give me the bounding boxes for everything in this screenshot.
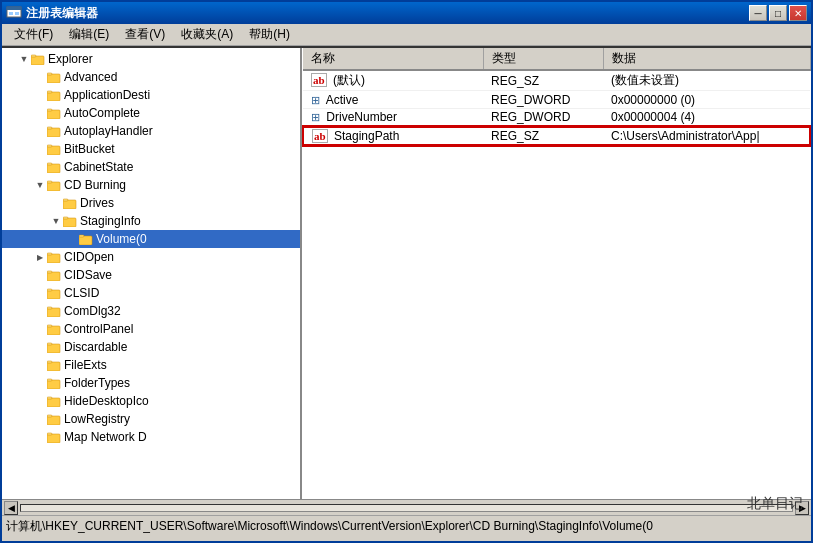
tree-item-applicationdesti[interactable]: ApplicationDesti <box>2 86 300 104</box>
folder-icon-autocomplete <box>46 105 62 121</box>
tree-item-autoplayhandler[interactable]: AutoplayHandler <box>2 122 300 140</box>
tree-item-autocomplete[interactable]: AutoComplete <box>2 104 300 122</box>
grid-icon: ⊞ <box>311 94 320 106</box>
tree-item-cabinetstate[interactable]: CabinetState <box>2 158 300 176</box>
tree-item-cidopen[interactable]: ▶ CIDOpen <box>2 248 300 266</box>
tree-label-hidedesktopico: HideDesktopIco <box>64 394 149 408</box>
svg-rect-10 <box>47 110 60 119</box>
svg-rect-42 <box>47 398 60 407</box>
folder-icon-advanced <box>46 69 62 85</box>
svg-rect-32 <box>47 308 60 317</box>
svg-rect-26 <box>47 254 60 263</box>
tree-label-comdlg32: ComDlg32 <box>64 304 121 318</box>
svg-rect-6 <box>47 74 60 83</box>
tree-item-foldertypes[interactable]: FolderTypes <box>2 374 300 392</box>
tree-label-drives: Drives <box>80 196 114 210</box>
tree-item-hidedesktopico[interactable]: HideDesktopIco <box>2 392 300 410</box>
minimize-button[interactable]: ─ <box>749 5 767 21</box>
tree-item-fileexts[interactable]: FileExts <box>2 356 300 374</box>
folder-icon-hidedesktopico <box>46 393 62 409</box>
folder-icon-cdburning <box>46 177 62 193</box>
svg-rect-4 <box>31 56 44 65</box>
restore-button[interactable]: □ <box>769 5 787 21</box>
folder-icon-cabinetstate <box>46 159 62 175</box>
svg-rect-39 <box>47 361 52 363</box>
expand-arrow-explorer: ▼ <box>18 50 30 68</box>
tree-item-comdlg32[interactable]: ComDlg32 <box>2 302 300 320</box>
tree-item-lowregistry[interactable]: LowRegistry <box>2 410 300 428</box>
svg-rect-8 <box>47 92 60 101</box>
menu-edit[interactable]: 编辑(E) <box>61 24 117 45</box>
svg-rect-18 <box>47 182 60 191</box>
tree-item-mapnetworkd[interactable]: Map Network D <box>2 428 300 446</box>
svg-rect-23 <box>63 217 68 219</box>
ab-icon: ab <box>312 129 328 143</box>
registry-tree[interactable]: ▼ Explorer <box>2 48 302 499</box>
tree-label-discardable: Discardable <box>64 340 127 354</box>
tree-item-cdburning[interactable]: ▼ CD Burning <box>2 176 300 194</box>
ab-icon: ab <box>311 73 327 87</box>
folder-icon-staginginfo <box>62 213 78 229</box>
table-row-stagingpath[interactable]: ab StagingPath REG_SZ C:\Users\Administr… <box>303 127 810 145</box>
tree-item-advanced[interactable]: Advanced <box>2 68 300 86</box>
svg-rect-30 <box>47 290 60 299</box>
svg-rect-47 <box>47 433 52 435</box>
folder-icon-mapnetworkd <box>46 429 62 445</box>
window-controls: ─ □ ✕ <box>749 5 807 21</box>
svg-rect-29 <box>47 271 52 273</box>
reg-name: ⊞ Active <box>303 91 483 109</box>
svg-rect-9 <box>47 91 52 93</box>
menu-view[interactable]: 查看(V) <box>117 24 173 45</box>
tree-item-volume0[interactable]: Volume(0 <box>2 230 300 248</box>
tree-item-drives[interactable]: Drives <box>2 194 300 212</box>
tree-item-staginginfo[interactable]: ▼ StagingInfo <box>2 212 300 230</box>
reg-data: C:\Users\Administrator\App| <box>603 127 810 145</box>
svg-rect-20 <box>63 200 76 209</box>
svg-rect-19 <box>47 181 52 183</box>
svg-rect-45 <box>47 415 52 417</box>
svg-rect-25 <box>79 235 84 237</box>
folder-icon-controlpanel <box>46 321 62 337</box>
svg-rect-33 <box>47 307 52 309</box>
tree-label-advanced: Advanced <box>64 70 117 84</box>
scroll-left-button[interactable]: ◀ <box>4 501 18 515</box>
reg-data: 0x00000000 (0) <box>603 91 810 109</box>
tree-item-cidsave[interactable]: CIDSave <box>2 266 300 284</box>
reg-type: REG_SZ <box>483 70 603 91</box>
close-button[interactable]: ✕ <box>789 5 807 21</box>
tree-label-explorer: Explorer <box>48 52 93 66</box>
reg-data: 0x00000004 (4) <box>603 109 810 127</box>
scrollbar-track[interactable] <box>20 504 793 512</box>
grid-icon: ⊞ <box>311 111 320 123</box>
svg-rect-38 <box>47 362 60 371</box>
status-bar: 计算机\HKEY_CURRENT_USER\Software\Microsoft… <box>2 515 811 537</box>
tree-item-explorer[interactable]: ▼ Explorer <box>2 50 300 68</box>
tree-item-discardable[interactable]: Discardable <box>2 338 300 356</box>
svg-rect-5 <box>31 55 36 57</box>
svg-rect-34 <box>47 326 60 335</box>
tree-label-autoplayhandler: AutoplayHandler <box>64 124 153 138</box>
tree-label-lowregistry: LowRegistry <box>64 412 130 426</box>
tree-item-controlpanel[interactable]: ControlPanel <box>2 320 300 338</box>
table-row[interactable]: ab (默认) REG_SZ (数值未设置) <box>303 70 810 91</box>
tree-item-clsid[interactable]: CLSID <box>2 284 300 302</box>
table-row[interactable]: ⊞ Active REG_DWORD 0x00000000 (0) <box>303 91 810 109</box>
svg-rect-24 <box>79 236 92 245</box>
tree-label-applicationdesti: ApplicationDesti <box>64 88 150 102</box>
svg-rect-14 <box>47 146 60 155</box>
col-header-type: 类型 <box>483 48 603 70</box>
menu-help[interactable]: 帮助(H) <box>241 24 298 45</box>
table-row[interactable]: ⊞ DriveNumber REG_DWORD 0x00000004 (4) <box>303 109 810 127</box>
svg-rect-36 <box>47 344 60 353</box>
menu-favorites[interactable]: 收藏夹(A) <box>173 24 241 45</box>
svg-rect-28 <box>47 272 60 281</box>
tree-item-bitbucket[interactable]: BitBucket <box>2 140 300 158</box>
folder-icon-cidopen <box>46 249 62 265</box>
title-bar: 注册表编辑器 ─ □ ✕ <box>2 2 811 24</box>
tree-label-cdburning: CD Burning <box>64 178 126 192</box>
folder-icon-comdlg32 <box>46 303 62 319</box>
svg-rect-12 <box>47 128 60 137</box>
folder-icon-applicationdesti <box>46 87 62 103</box>
menu-file[interactable]: 文件(F) <box>6 24 61 45</box>
svg-rect-3 <box>15 12 19 15</box>
